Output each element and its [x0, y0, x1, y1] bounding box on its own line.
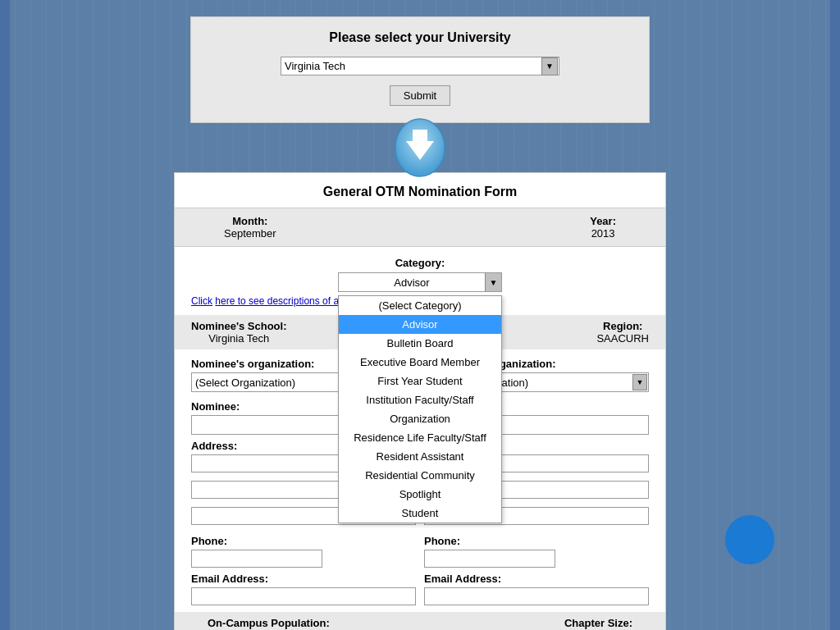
chapter-size-item: Chapter Size: 50 [564, 617, 632, 630]
phone-field: Phone: [191, 535, 416, 568]
click-text[interactable]: Click [191, 295, 212, 307]
category-option-reslife[interactable]: Residence Life Faculty/Staff [339, 428, 501, 447]
form-body: Category: Advisor ▼ (Select Category) Ad… [175, 247, 665, 630]
on-campus-pop-label: On-Campus Population: [208, 617, 330, 629]
nominator-email-label: Email Address: [424, 573, 649, 585]
category-option-org[interactable]: Organization [339, 409, 501, 428]
category-option-exec[interactable]: Executive Board Member [339, 353, 501, 372]
blue-circle-button[interactable] [725, 515, 774, 564]
arrow-icon-container [391, 115, 449, 180]
category-dropdown-arrow-icon[interactable]: ▼ [485, 273, 501, 291]
nominator-phone-label: Phone: [424, 535, 649, 547]
category-option-rescommunity[interactable]: Residential Community [339, 466, 501, 485]
page-container: Please select your University Virginia T… [0, 16, 840, 630]
category-option-firstyear[interactable]: First Year Student [339, 372, 501, 390]
month-item: Month: September [224, 215, 276, 240]
year-label: Year: [590, 215, 616, 227]
form-panel: General OTM Nomination Form Month: Septe… [174, 172, 666, 630]
category-selected-value: Advisor [339, 274, 485, 291]
category-select-wrapper: Advisor ▼ (Select Category) Advisor Bull… [338, 272, 502, 292]
email-row: Email Address: Email Address: [191, 573, 649, 605]
month-value: September [224, 227, 276, 240]
category-option-bulletin[interactable]: Bulletin Board [339, 334, 501, 353]
category-section: Category: Advisor ▼ (Select Category) Ad… [191, 257, 649, 307]
university-select[interactable]: Virginia Tech [281, 57, 559, 75]
download-arrow-icon [391, 115, 449, 180]
category-option-ra[interactable]: Resident Assistant [339, 447, 501, 466]
month-label: Month: [224, 215, 276, 227]
category-option-spotlight[interactable]: Spotlight [339, 485, 501, 504]
phone-row: Phone: Phone: [191, 535, 649, 568]
category-label: Category: [191, 257, 649, 269]
region-value: SAACURH [596, 332, 649, 345]
category-option-institution[interactable]: Institution Faculty/Staff [339, 390, 501, 409]
form-meta: Month: September Year: 2013 [175, 208, 665, 247]
phone-input[interactable] [191, 550, 322, 568]
university-panel: Please select your University Virginia T… [190, 16, 650, 123]
on-campus-pop-item: On-Campus Population: 9100 [208, 617, 330, 630]
university-select-wrapper: Virginia Tech ▼ [281, 57, 559, 75]
category-option-student[interactable]: Student [339, 504, 501, 523]
year-item: Year: 2013 [590, 215, 616, 240]
nominator-phone-field: Phone: [424, 535, 649, 568]
region-item: Region: SAACURH [596, 320, 649, 345]
chapter-size-label: Chapter Size: [564, 617, 632, 629]
nominator-email-field: Email Address: [424, 573, 649, 605]
category-dropdown: (Select Category) Advisor Bulletin Board… [338, 295, 502, 523]
school-label: Nominee's School: [191, 320, 287, 332]
submit-button[interactable]: Submit [390, 85, 450, 106]
email-input[interactable] [191, 587, 416, 605]
school-value: Virginia Tech [191, 332, 287, 345]
region-label: Region: [596, 320, 649, 332]
category-option-select[interactable]: (Select Category) [339, 296, 501, 315]
email-label: Email Address: [191, 573, 416, 585]
category-option-advisor[interactable]: Advisor [339, 315, 501, 334]
phone-label: Phone: [191, 535, 416, 547]
email-field: Email Address: [191, 573, 416, 605]
pop-chapter-row: On-Campus Population: 9100 Chapter Size:… [175, 612, 665, 630]
university-title: Please select your University [208, 30, 632, 45]
nominator-phone-input[interactable] [424, 550, 555, 568]
school-item: Nominee's School: Virginia Tech [191, 320, 287, 345]
year-value: 2013 [590, 227, 616, 240]
nominator-email-input[interactable] [424, 587, 649, 605]
